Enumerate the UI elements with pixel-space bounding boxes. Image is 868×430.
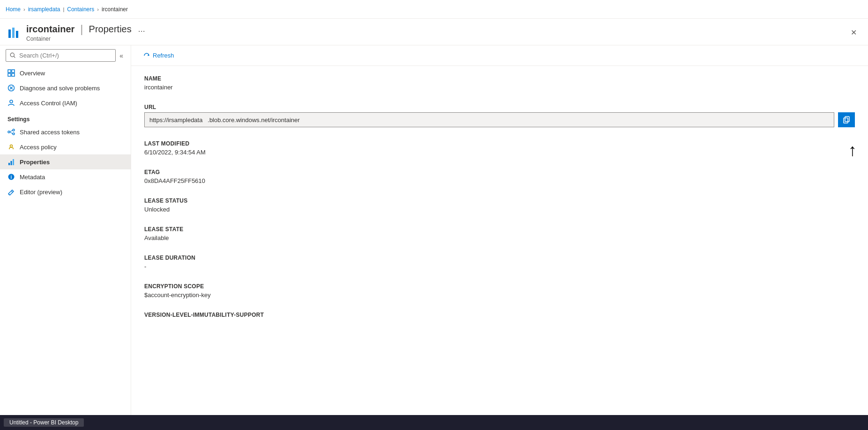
settings-section-label: Settings <box>0 110 131 124</box>
field-last-modified-value: 6/10/2022, 9:34:54 AM <box>144 149 855 156</box>
refresh-button[interactable]: Refresh <box>141 50 177 61</box>
sidebar-item-properties-label: Properties <box>20 159 50 166</box>
sidebar-item-metadata-label: Metadata <box>20 174 45 181</box>
header-title: ircontainer | Properties ... <box>26 22 148 36</box>
field-etag: ETAG 0x8DA4AFF25FF5610 <box>144 169 855 184</box>
svg-rect-4 <box>12 70 15 73</box>
breadcrumb-storage[interactable]: irsampledata <box>28 6 60 13</box>
field-encryption-scope: ENCRYPTION SCOPE $account-encryption-key <box>144 283 855 299</box>
close-button[interactable]: ✕ <box>847 26 861 39</box>
ellipsis-button[interactable]: ... <box>135 23 148 35</box>
sidebar-item-metadata[interactable]: i Metadata <box>0 169 131 184</box>
header-properties: Properties <box>89 24 132 35</box>
field-encryption-scope-value: $account-encryption-key <box>144 292 855 299</box>
content-toolbar: Refresh <box>131 45 868 66</box>
field-name-label: NAME <box>144 75 855 82</box>
metadata-icon: i <box>7 173 15 181</box>
taskbar: Untitled - Power BI Desktop <box>0 415 868 430</box>
field-lease-status-label: LEASE STATUS <box>144 197 855 204</box>
svg-rect-6 <box>12 73 15 76</box>
sidebar-item-diagnose[interactable]: Diagnose and solve problems <box>0 80 131 95</box>
container-icon <box>7 26 21 39</box>
taskbar-powerbi[interactable]: Untitled - Power BI Desktop <box>4 418 84 427</box>
svg-rect-0 <box>8 29 11 38</box>
svg-line-22 <box>11 191 13 192</box>
content-body: NAME ircontainer URL LAST <box>131 66 868 341</box>
sidebar-item-iam[interactable]: Access Control (IAM) <box>0 95 131 110</box>
sidebar: « Overview Diagnose <box>0 45 131 430</box>
search-input[interactable] <box>6 49 116 62</box>
sidebar-item-diagnose-label: Diagnose and solve problems <box>20 85 100 92</box>
header-pipe: | <box>80 22 83 36</box>
properties-icon <box>7 158 15 166</box>
svg-rect-19 <box>13 159 14 165</box>
sidebar-item-access-policy[interactable]: Access policy <box>0 139 131 154</box>
field-lease-state-label: LEASE STATE <box>144 226 855 233</box>
field-last-modified: LAST MODIFIED 6/10/2022, 9:34:54 AM <box>144 140 855 156</box>
header-title-group: ircontainer | Properties ... Container <box>26 22 148 42</box>
breadcrumb-current: ircontainer <box>102 6 128 13</box>
content-area: Refresh NAME ircontainer URL <box>131 45 868 430</box>
svg-point-10 <box>10 100 13 103</box>
field-lease-duration: LEASE DURATION - <box>144 255 855 270</box>
field-etag-label: ETAG <box>144 169 855 175</box>
main-layout: « Overview Diagnose <box>0 45 868 430</box>
svg-line-14 <box>10 131 13 132</box>
sidebar-item-shared-access-label: Shared access tokens <box>20 129 80 136</box>
breadcrumb-sep3: › <box>97 7 99 12</box>
field-url-label: URL <box>144 104 855 110</box>
svg-rect-5 <box>8 73 11 76</box>
field-name: NAME ircontainer <box>144 75 855 91</box>
sidebar-item-shared-access[interactable]: Shared access tokens <box>0 124 131 139</box>
sidebar-item-editor[interactable]: Editor (preview) <box>0 184 131 199</box>
svg-rect-1 <box>12 28 15 38</box>
breadcrumb-home[interactable]: Home <box>6 6 21 13</box>
svg-rect-2 <box>16 31 18 38</box>
breadcrumb: Home › irsampledata | Containers › ircon… <box>6 6 128 13</box>
overview-icon <box>7 69 15 77</box>
field-lease-status-value: Unlocked <box>144 206 855 213</box>
iam-icon <box>7 99 15 107</box>
refresh-label: Refresh <box>153 52 174 59</box>
svg-point-11 <box>8 131 10 133</box>
field-lease-state-value: Available <box>144 234 855 241</box>
sidebar-item-overview[interactable]: Overview <box>0 66 131 80</box>
shared-icon <box>7 128 15 136</box>
sidebar-item-editor-label: Editor (preview) <box>20 189 62 196</box>
field-version-level-label: VERSION-LEVEL-IMMUTABILITY-SUPPORT <box>144 312 855 318</box>
copy-url-button[interactable] <box>838 112 855 127</box>
diagnose-icon <box>7 84 15 92</box>
svg-point-16 <box>10 145 13 147</box>
policy-icon <box>7 143 15 151</box>
svg-rect-3 <box>8 70 11 73</box>
svg-point-13 <box>13 133 15 135</box>
field-last-modified-label: LAST MODIFIED <box>144 140 855 147</box>
breadcrumb-sep1: › <box>23 7 25 12</box>
field-encryption-scope-label: ENCRYPTION SCOPE <box>144 283 855 290</box>
header-subtitle: Container <box>26 36 148 42</box>
breadcrumb-sep2: | <box>63 7 64 12</box>
sidebar-item-properties[interactable]: Properties <box>0 154 131 169</box>
field-version-level: VERSION-LEVEL-IMMUTABILITY-SUPPORT <box>144 312 855 318</box>
field-etag-value: 0x8DA4AFF25FF5610 <box>144 177 855 184</box>
collapse-button[interactable]: « <box>118 50 125 61</box>
svg-text:i: i <box>11 175 12 180</box>
sidebar-item-iam-label: Access Control (IAM) <box>20 100 77 107</box>
field-lease-status: LEASE STATUS Unlocked <box>144 197 855 213</box>
top-bar: Home › irsampledata | Containers › ircon… <box>0 0 868 19</box>
sidebar-item-access-policy-label: Access policy <box>20 144 57 151</box>
svg-rect-25 <box>844 118 848 123</box>
url-input[interactable] <box>144 112 834 127</box>
field-url: URL <box>144 104 855 127</box>
svg-line-15 <box>10 132 13 134</box>
svg-rect-18 <box>11 161 12 165</box>
svg-rect-17 <box>8 163 10 165</box>
svg-point-12 <box>13 129 15 131</box>
breadcrumb-containers[interactable]: Containers <box>67 6 94 13</box>
field-name-value: ircontainer <box>144 84 855 91</box>
svg-rect-24 <box>845 117 849 122</box>
field-lease-state: LEASE STATE Available <box>144 226 855 241</box>
url-field-row <box>144 112 855 127</box>
editor-icon <box>7 188 15 196</box>
refresh-icon <box>143 52 150 59</box>
